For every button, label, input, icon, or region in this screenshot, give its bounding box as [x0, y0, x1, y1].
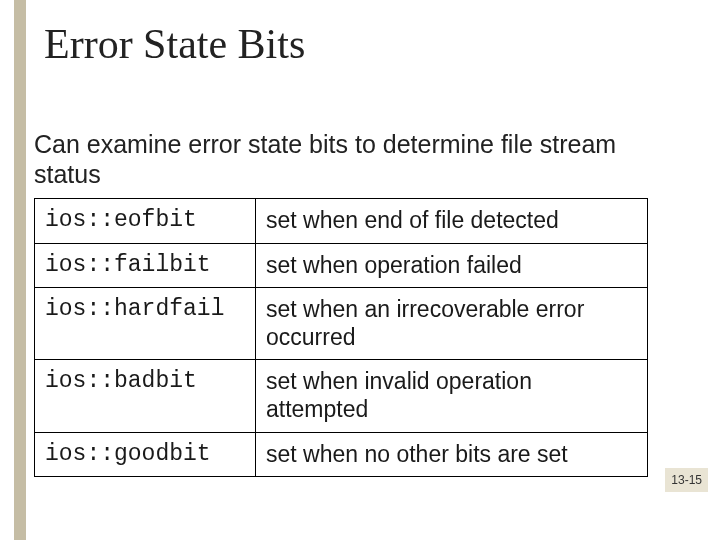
bit-name: ios::badbit	[35, 360, 256, 432]
bit-name: ios::failbit	[35, 243, 256, 288]
bit-name: ios::hardfail	[35, 288, 256, 360]
table-row: ios::hardfail set when an irrecoverable …	[35, 288, 648, 360]
slide-subtitle: Can examine error state bits to determin…	[34, 130, 634, 189]
slide-title: Error State Bits	[44, 20, 305, 68]
bit-name: ios::eofbit	[35, 199, 256, 244]
slide: Error State Bits Can examine error state…	[0, 0, 720, 540]
bit-description: set when no other bits are set	[256, 432, 648, 477]
table-row: ios::eofbit set when end of file detecte…	[35, 199, 648, 244]
bit-description: set when invalid operation attempted	[256, 360, 648, 432]
table-row: ios::failbit set when operation failed	[35, 243, 648, 288]
bit-description: set when an irrecoverable error occurred	[256, 288, 648, 360]
table-row: ios::goodbit set when no other bits are …	[35, 432, 648, 477]
table-row: ios::badbit set when invalid operation a…	[35, 360, 648, 432]
error-bits-table: ios::eofbit set when end of file detecte…	[34, 198, 648, 477]
page-number: 13-15	[665, 468, 708, 492]
bit-name: ios::goodbit	[35, 432, 256, 477]
bit-description: set when end of file detected	[256, 199, 648, 244]
left-margin-rule	[14, 0, 26, 540]
bit-description: set when operation failed	[256, 243, 648, 288]
